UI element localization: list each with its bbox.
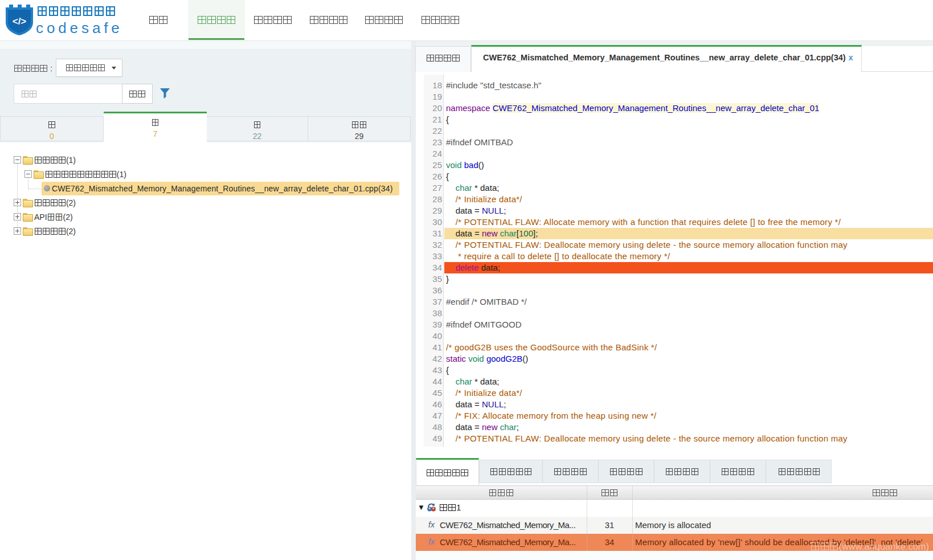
svg-text:</>: </> xyxy=(13,16,27,27)
